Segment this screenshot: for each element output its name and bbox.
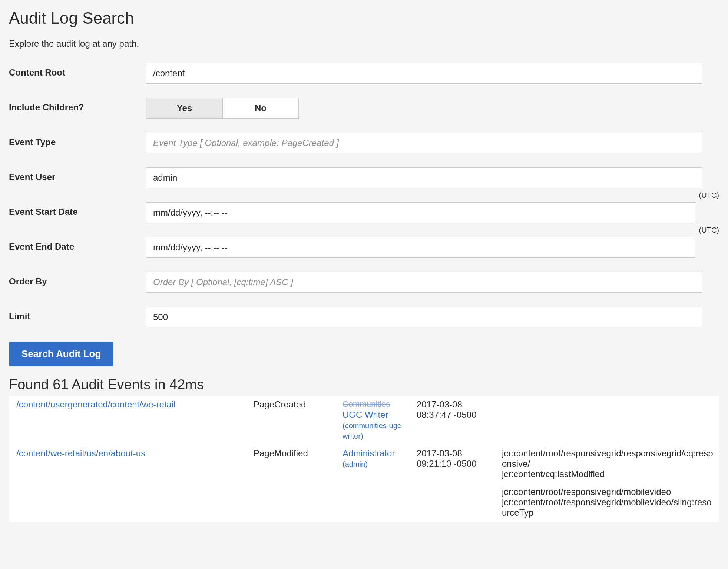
- limit-input[interactable]: [146, 307, 702, 327]
- search-audit-log-button[interactable]: Search Audit Log: [9, 342, 113, 366]
- audit-path-link[interactable]: /content/usergenerated/content/we-retail: [16, 399, 176, 409]
- event-user-label: Event User: [9, 167, 146, 182]
- audit-properties: [494, 396, 719, 445]
- end-date-label: Event End Date: [9, 237, 146, 252]
- audit-user: [335, 483, 409, 522]
- audit-user-link[interactable]: Administrator: [343, 448, 395, 458]
- audit-properties: jcr:content/root/responsivegrid/mobilevi…: [494, 483, 719, 522]
- audit-event-type: PageCreated: [246, 396, 335, 445]
- audit-time: 2017-03-08 09:21:10 -0500: [409, 445, 494, 483]
- include-children-label: Include Children?: [9, 98, 146, 113]
- results-panel: /content/usergenerated/content/we-retail…: [9, 396, 719, 522]
- end-date-utc-note: (UTC): [699, 226, 719, 234]
- results-heading: Found 61 Audit Events in 42ms: [9, 377, 719, 393]
- order-by-input[interactable]: [146, 272, 702, 293]
- audit-event-type: PageModified: [246, 445, 335, 483]
- audit-event-type: [246, 483, 335, 522]
- content-root-label: Content Root: [9, 63, 146, 78]
- order-by-label: Order By: [9, 272, 146, 287]
- audit-time: [409, 483, 494, 522]
- table-row: /content/we-retail/us/en/about-usPageMod…: [9, 445, 719, 483]
- start-date-label: Event Start Date: [9, 202, 146, 217]
- table-row: jcr:content/root/responsivegrid/mobilevi…: [9, 483, 719, 522]
- include-children-no[interactable]: No: [222, 98, 298, 118]
- start-date-utc-note: (UTC): [699, 191, 719, 200]
- start-date-input[interactable]: [146, 202, 695, 223]
- page-description: Explore the audit log at any path.: [9, 39, 719, 49]
- audit-properties: jcr:content/root/responsivegrid/responsi…: [494, 445, 719, 483]
- audit-user-id: (communities-ugc-writer): [343, 422, 403, 440]
- content-root-input[interactable]: [146, 63, 702, 84]
- end-date-input[interactable]: [146, 237, 695, 258]
- limit-label: Limit: [9, 307, 146, 322]
- table-row: /content/usergenerated/content/we-retail…: [9, 396, 719, 445]
- audit-user-id: (admin): [343, 460, 368, 468]
- include-children-yes[interactable]: Yes: [146, 98, 222, 118]
- event-user-input[interactable]: [146, 167, 702, 188]
- audit-user-link[interactable]: UGC Writer: [343, 410, 388, 420]
- audit-path-link[interactable]: /content/we-retail/us/en/about-us: [16, 448, 145, 458]
- event-type-label: Event Type: [9, 133, 146, 147]
- audit-user: CommunitiesUGC Writer(communities-ugc-wr…: [335, 396, 409, 445]
- audit-user: Administrator(admin): [335, 445, 409, 483]
- page-title: Audit Log Search: [9, 9, 719, 27]
- event-type-input[interactable]: [146, 133, 702, 153]
- audit-time: 2017-03-08 08:37:47 -0500: [409, 396, 494, 445]
- include-children-toggle: Yes No: [146, 98, 299, 119]
